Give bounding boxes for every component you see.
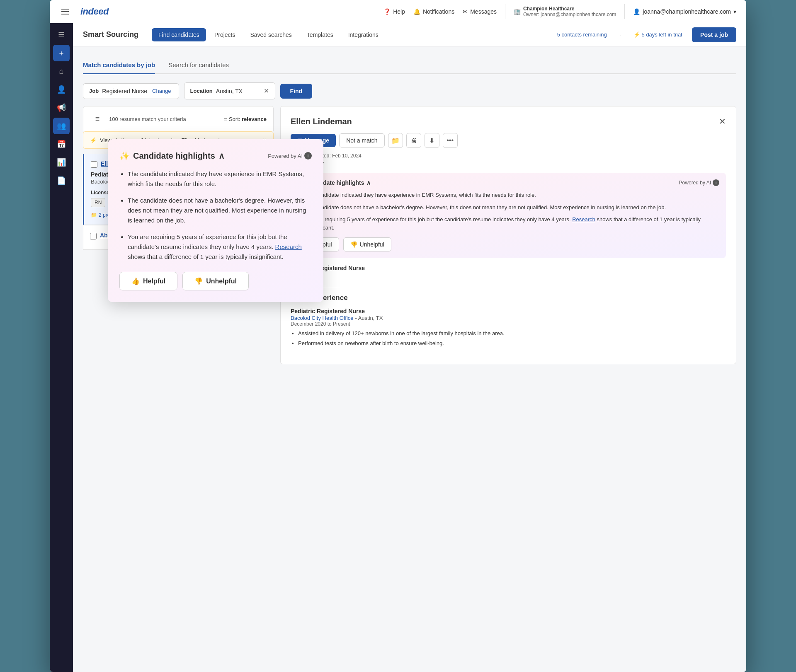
location-field[interactable]: Location Austin, TX ✕ <box>184 82 275 99</box>
nav-links: ❓ Help 🔔 Notifications ✉ Messages 🏢 Cham… <box>383 4 736 19</box>
unhelpful-button-popup[interactable]: 👎 Unhelpful <box>182 272 249 290</box>
info-icon: i <box>713 179 719 186</box>
user-icon: 👤 <box>633 8 640 15</box>
header-tabs: Find candidates Projects Saved searches … <box>152 28 385 41</box>
highlight-item-3: You are requiring 5 years of experience … <box>305 215 719 232</box>
mail-icon: ✉ <box>463 8 468 15</box>
top-nav: indeed ❓ Help 🔔 Notifications ✉ Messages… <box>50 0 746 23</box>
tab-saved-searches[interactable]: Saved searches <box>243 28 298 41</box>
job-label: Job <box>89 88 99 94</box>
tab-find-candidates[interactable]: Find candidates <box>152 28 206 41</box>
lightning-icon: ⚡ <box>633 31 640 38</box>
updated-text: Recently updated: Feb 10, 2024 <box>291 153 726 159</box>
messages-link[interactable]: ✉ Messages <box>463 8 497 15</box>
sidebar-item-candidates[interactable]: 👥 <box>53 118 70 134</box>
research-link-popup[interactable]: Research <box>275 243 302 250</box>
sourcing-header: Smart Sourcing Find candidates Projects … <box>73 23 746 46</box>
company-info: Champion Healthcare Owner: joanna@champi… <box>523 6 616 17</box>
thumbs-up-icon-popup: 👍 <box>131 277 140 285</box>
detail-job-title: Pediatric Registered Nurse <box>291 265 726 271</box>
license-tag-rn: RN <box>91 198 105 207</box>
popup-highlight-3: You are requiring 5 years of experience … <box>128 232 312 262</box>
post-job-button[interactable]: Post a job <box>692 27 736 42</box>
hamburger-button[interactable] <box>60 7 70 16</box>
not-match-button[interactable]: Not a match <box>339 133 384 147</box>
popup-ai-label: Powered by AI i <box>268 152 312 160</box>
action-buttons: ✉ Message Not a match 📁 🖨 ⬇ ••• <box>291 133 726 148</box>
detail-location: Austin, TX <box>291 272 726 278</box>
contacts-remaining[interactable]: 5 contacts remaining <box>557 31 607 38</box>
tab-projects[interactable]: Projects <box>208 28 242 41</box>
location-label: Location <box>190 88 213 94</box>
sidebar-item-analytics[interactable]: 📊 <box>53 154 70 171</box>
clear-location-button[interactable]: ✕ <box>264 87 269 95</box>
detail-panel: Ellen Lindeman ✕ ✉ Message Not a match 📁… <box>280 106 736 364</box>
tab-integrations[interactable]: Integrations <box>342 28 385 41</box>
chevron-down-icon: ▾ <box>733 8 736 15</box>
content-tabs: Match candidates by job Search for candi… <box>83 56 736 74</box>
sidebar: ☰ ＋ ⌂ 👤 📢 👥 📅 📊 📄 <box>50 23 73 672</box>
candidate-checkbox-1[interactable] <box>91 161 97 168</box>
tab-templates[interactable]: Templates <box>300 28 340 41</box>
chevron-up-popup[interactable]: ∧ <box>218 151 225 161</box>
unhelpful-button-detail[interactable]: 👎 Unhelpful <box>343 237 391 251</box>
sidebar-item-docs[interactable]: 📄 <box>53 172 70 189</box>
results-wrapper: ≡ 100 resumes match your criteria ≡ Sort… <box>83 106 736 364</box>
sidebar-item-home[interactable]: ⌂ <box>53 63 70 80</box>
sidebar-item-add[interactable]: ＋ <box>53 45 70 61</box>
close-detail-button[interactable]: ✕ <box>719 116 726 126</box>
detail-header: Ellen Lindeman ✕ <box>291 116 726 126</box>
highlight-item-1: The candidate indicated they have experi… <box>305 191 719 199</box>
sort-icon: ≡ <box>224 116 227 122</box>
nav-divider <box>505 4 505 19</box>
popup-title-row: ✨ Candidate highlights ∧ Powered by AI i <box>119 151 312 161</box>
chevron-up-icon-2[interactable]: ∧ <box>366 179 371 186</box>
tab-search-candidates[interactable]: Search for candidates <box>168 56 229 74</box>
nav-divider-2 <box>624 4 625 19</box>
tab-match-by-job[interactable]: Match candidates by job <box>83 56 155 74</box>
results-count: 100 resumes match your criteria <box>109 116 186 122</box>
folder-action-button[interactable]: 📁 <box>388 133 403 148</box>
filter-button[interactable]: ≡ <box>90 111 105 126</box>
popup-inner: ✨ Candidate highlights ∧ Powered by AI i <box>108 139 323 302</box>
sidebar-item-calendar[interactable]: 📅 <box>53 136 70 152</box>
main-content: Smart Sourcing Find candidates Projects … <box>73 23 746 672</box>
sidebar-item-menu[interactable]: ☰ <box>53 27 70 43</box>
work-location-1: - Austin, TX <box>355 315 383 321</box>
help-link[interactable]: ❓ Help <box>383 8 405 15</box>
ai-badge-detail: Powered by AI i <box>679 179 719 186</box>
highlight-item-2: The candidate does not have a bachelor's… <box>305 203 719 212</box>
detail-candidate-name: Ellen Lindeman <box>291 117 352 126</box>
helpful-button-popup[interactable]: 👍 Helpful <box>119 272 177 290</box>
work-bullet-1: Assisted in delivery of 120+ newborns in… <box>298 329 726 338</box>
user-menu[interactable]: 👤 joanna@championhealthcare.com ▾ <box>633 8 736 15</box>
separator-dot: · <box>619 31 621 38</box>
work-employer-location-1: Bacolod City Health Office - Austin, TX <box>291 314 726 321</box>
sidebar-item-people[interactable]: 👤 <box>53 81 70 98</box>
find-button[interactable]: Find <box>280 84 313 99</box>
location-value: Austin, TX <box>216 88 260 94</box>
sort-button[interactable]: ≡ Sort: relevance <box>224 116 267 122</box>
work-entry-1: Pediatric Registered Nurse Bacolod City … <box>291 308 726 347</box>
highlights-list-detail: The candidate indicated they have experi… <box>297 191 719 232</box>
active-status-text: ⚙ Active today <box>291 160 726 166</box>
results-header: ≡ 100 resumes match your criteria ≡ Sort… <box>83 106 274 131</box>
work-bullet-2: Performed tests on newborns after birth … <box>298 339 726 348</box>
thumbs-down-icon-popup: 👎 <box>194 277 203 285</box>
thumbs-down-icon: 👎 <box>350 241 357 248</box>
company-selector[interactable]: 🏢 Champion Healthcare Owner: joanna@cham… <box>514 6 616 17</box>
more-options-button[interactable]: ••• <box>443 133 458 148</box>
notifications-link[interactable]: 🔔 Notifications <box>413 8 454 15</box>
sidebar-item-campaigns[interactable]: 📢 <box>53 99 70 116</box>
download-button[interactable]: ⬇ <box>425 133 439 148</box>
change-job-button[interactable]: Change <box>150 88 173 94</box>
research-link-detail[interactable]: Research <box>572 216 595 222</box>
work-employer-1[interactable]: Bacolod City Health Office <box>291 315 354 321</box>
print-button[interactable]: 🖨 <box>406 133 421 148</box>
work-bullets-1: Assisted in delivery of 120+ newborns in… <box>291 329 726 347</box>
search-bar: Job Registered Nurse Change Location Aus… <box>83 82 736 99</box>
sparkle-icon-popup: ✨ <box>119 151 130 161</box>
job-field: Job Registered Nurse Change <box>83 83 179 99</box>
content-area: Match candidates by job Search for candi… <box>73 46 746 374</box>
candidate-checkbox-2[interactable] <box>90 233 97 239</box>
